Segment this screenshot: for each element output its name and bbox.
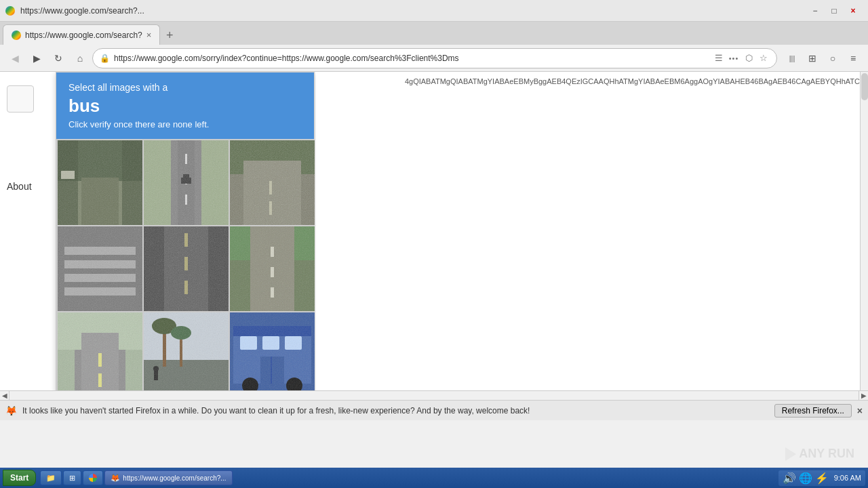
status-close-button[interactable]: × [857,405,863,416]
close-button[interactable]: × [844,1,863,20]
tab-manager-icon[interactable]: ⊞ [803,49,822,68]
captcha-cell-5-img [144,226,229,311]
taskbar-firefox-label: https://www.google.com/search?... [123,474,226,482]
captcha-cell-7-img [58,312,142,390]
tab-close-icon[interactable]: × [146,30,152,40]
captcha-cell-3[interactable] [230,140,315,225]
about-section: About [7,180,49,192]
url-lock-icon: 🔒 [100,54,110,63]
account-icon[interactable]: ○ [823,49,842,68]
chrome-icon [89,474,97,482]
bookmark-icon[interactable]: ☆ [757,52,770,64]
scroll-right-button[interactable]: ▶ [859,391,868,401]
captcha-cell-9[interactable] [230,312,315,390]
browser-favicon [5,6,15,16]
network-icon[interactable]: 🌐 [799,472,812,485]
captcha-cell-8[interactable] [144,312,229,390]
new-tab-button[interactable]: + [160,26,179,45]
scrollbar-right[interactable] [860,72,868,390]
url-bar[interactable]: 🔒 https://www.google.com/sorry/index?con… [92,48,777,68]
status-message: It looks like you haven't started Firefo… [22,406,769,415]
reload-button[interactable]: ↻ [49,49,68,68]
captcha-cell-7[interactable] [58,312,142,390]
captcha-hint: Click verify once there are none left. [68,119,302,129]
taskbar-time: 9:06 AM [834,474,861,482]
captcha-subtitle: Select all images with a [68,82,302,93]
forward-button[interactable]: ▶ [27,49,46,68]
url-text: https://www.google.com/sorry/index?conti… [114,54,709,63]
active-tab[interactable]: https://www.google.com/search? × [3,24,160,45]
captcha-cell-6[interactable] [230,226,315,311]
captcha-cell-2[interactable] [144,140,229,225]
nav-right-icons: ||| ⊞ ○ ≡ [783,49,863,68]
captcha-cell-4-img [58,226,142,311]
anyrun-text: ANY RUN [799,447,854,461]
google-widget-checkbox[interactable] [7,85,34,113]
browser-title: https://www.google.com/search?... [20,6,144,16]
menu-button[interactable]: ≡ [844,49,863,68]
reader-mode-icon[interactable]: ☰ [713,52,725,64]
svg-rect-34 [144,226,229,311]
taskbar-item-windows[interactable]: ⊞ [63,470,81,485]
url-right-icons: ☰ ••• ⬡ ☆ [713,52,770,64]
taskbar-items: 📁 ⊞ 🦊 https://www.google.com/search?... [40,470,778,485]
browser-titlebar: https://www.google.com/search?... − □ × [0,0,868,22]
taskbar-item-explorer[interactable]: 📁 [40,470,62,485]
windows-icon: ⊞ [69,474,75,483]
power-icon[interactable]: ⚡ [815,472,829,485]
anyrun-watermark: ANY RUN [785,447,854,461]
system-tray: 🔊 🌐 ⚡ 9:06 AM [778,470,865,486]
captcha-image-grid [56,139,314,390]
taskbar: Start 📁 ⊞ 🦊 https://www.google.com/searc… [0,468,868,488]
bottom-scrollbar: ◀ ▶ [0,390,868,400]
more-options-icon[interactable]: ••• [728,52,740,64]
taskbar-item-firefox[interactable]: 🦊 https://www.google.com/search?... [104,470,232,485]
firefox-icon-tb: 🦊 [111,474,120,483]
about-label: About [7,181,32,192]
svg-rect-48 [58,312,142,390]
home-button[interactable]: ⌂ [71,49,90,68]
svg-rect-41 [230,226,315,311]
pocket-icon[interactable]: ⬡ [743,52,755,64]
start-button[interactable]: Start [3,470,36,486]
captcha-cell-1[interactable] [58,140,142,225]
captcha-cell-3-img [230,140,315,225]
captcha-cell-6-img [230,226,315,311]
captcha-cell-2-img [144,140,229,225]
status-bar: 🦊 It looks like you haven't started Fire… [0,400,868,420]
captcha-cell-4[interactable] [58,226,142,311]
captcha-widget: Select all images with a bus Click verif… [56,72,315,390]
titlebar-controls: − □ × [806,0,863,22]
captcha-main-word: bus [68,96,302,117]
speaker-icon[interactable]: 🔊 [783,472,796,485]
nav-bar: ◀ ▶ ↻ ⌂ 🔒 https://www.google.com/sorry/i… [0,45,868,72]
content-area: About Select all images with a bus Click… [0,72,868,390]
right-content: 4gQIABATMgQIABATMgYIABAeEBMyBggAEB4QEzIG… [316,72,860,390]
captcha-cell-1-img [58,140,142,225]
scroll-left-button[interactable]: ◀ [0,391,9,401]
svg-rect-21 [230,140,315,225]
tab-title: https://www.google.com/search? [25,30,142,40]
url-overflow-text: 4gQIABATMgQIABATMgYIABAeEBMyBggAEB4QEzIG… [405,77,860,85]
svg-rect-15 [144,140,229,225]
svg-rect-57 [144,312,229,390]
refresh-firefox-button[interactable]: Refresh Firefox... [774,404,852,418]
captcha-cell-8-img [144,312,229,390]
sync-icon[interactable]: ||| [783,49,802,68]
tab-bar: https://www.google.com/search? × + [0,22,868,45]
scroll-track[interactable] [9,392,859,400]
svg-rect-68 [230,312,315,390]
back-button[interactable]: ◀ [5,49,24,68]
firefox-icon: 🦊 [5,405,17,416]
anyrun-arrow-icon [785,447,796,461]
captcha-cell-5[interactable] [144,226,229,311]
left-content: About [0,72,56,199]
taskbar-item-chrome[interactable] [83,470,103,485]
explorer-icon: 📁 [46,474,56,483]
minimize-button[interactable]: − [806,1,825,20]
svg-rect-28 [58,226,142,311]
captcha-cell-9-img [230,312,315,390]
maximize-button[interactable]: □ [825,1,844,20]
scrollbar-thumb[interactable] [861,73,868,100]
captcha-header: Select all images with a bus Click verif… [56,73,314,139]
